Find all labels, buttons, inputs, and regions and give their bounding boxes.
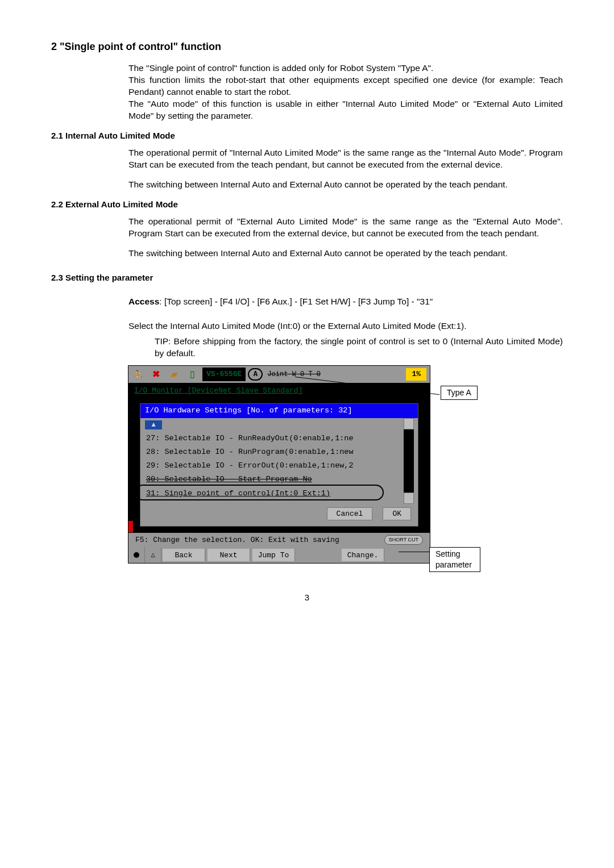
param-row-31[interactable]: 31: Single point of control(Int:0 Ext:1)… [140, 487, 418, 500]
dialog-area: I/O Hardware Settings [No. of parameters… [128, 403, 430, 532]
s21-p1: The operational permit of "Internal Auto… [128, 147, 563, 171]
stop-icon: ✖ [149, 368, 163, 381]
shortcut-badge[interactable]: SHORT CUT [384, 535, 423, 544]
hw-settings-dialog: I/O Hardware Settings [No. of parameters… [140, 403, 418, 526]
back-button[interactable]: Back [163, 549, 205, 561]
footer-empty [297, 549, 339, 561]
param-label: 30: Selectable IO - Start Program No [146, 474, 389, 485]
controller-model: VS-6556E [202, 368, 246, 381]
select-line-text: Select the Internal Auto Limited Mode (I… [128, 320, 563, 332]
screenshot-panel: ⛹ ✖ ▰ ▯ VS-6556E A Joint W 0 T 0 1% I/O … [128, 365, 430, 564]
param-row-29[interactable]: 29: Selectable IO - ErrorOut(0:enable,1:… [140, 459, 418, 473]
subhead-2-2: 2.2 External Auto Limited Mode [51, 199, 563, 210]
s22-p2: The switching between Internal Auto and … [128, 248, 563, 260]
s22-p1: The operational permit of "External Auto… [128, 216, 563, 240]
nav-triangle[interactable]: △ [145, 547, 161, 563]
mode-indicator: A [248, 368, 263, 381]
ok-button[interactable]: OK [383, 507, 411, 520]
hint-text: F5: Change the selection. OK: Exit with … [135, 535, 339, 545]
param-row-27[interactable]: 27: Selectable IO - RunReadyOut(0:enable… [140, 432, 418, 445]
jump-to-button[interactable]: Jump To [252, 549, 295, 561]
scrollbar-thumb[interactable] [404, 493, 414, 504]
subhead-2-3: 2.3 Setting the parameter [51, 272, 563, 283]
footer-empty [387, 549, 429, 561]
intro-line-1: The "Single point of control" function i… [128, 63, 433, 73]
footer-bar: △ Back Next Jump To Change. [128, 547, 430, 563]
hint-bar: F5: Change the selection. OK: Exit with … [128, 532, 430, 548]
param-label: 28: Selectable IO - RunProgram(0:enable,… [146, 447, 389, 457]
intro-para: The "Single point of control" function i… [128, 62, 563, 122]
section-title: 2 "Single point of control" function [51, 40, 563, 53]
callout-setting-parameter: Setting parameter [429, 547, 480, 572]
scrollbar-thumb[interactable] [404, 418, 414, 429]
led-indicator [128, 547, 145, 563]
doc-icon: ▯ [185, 368, 199, 381]
next-button[interactable]: Next [208, 549, 250, 561]
leader-line [399, 552, 429, 552]
access-line: Access: [Top screen] - [F4 I/O] - [F6 Au… [128, 296, 563, 308]
access-label: Access [128, 297, 159, 306]
scroll-up-icon[interactable]: ▲ [145, 420, 162, 429]
intro-line-2: This function limits the robot-start tha… [128, 75, 563, 97]
speed-percent: 1% [406, 368, 426, 381]
cancel-button[interactable]: Cancel [327, 507, 373, 520]
param-row-28[interactable]: 28: Selectable IO - RunProgram(0:enable,… [140, 445, 418, 459]
change-button[interactable]: Change. [342, 549, 384, 561]
titlebar-mid: Joint W 0 T 0 [263, 370, 406, 379]
screen-subtitle: I/O Monitor [DeviceNet Slave Standard] [128, 383, 430, 398]
ramp-icon: ▰ [167, 366, 181, 382]
param-label: 31: Single point of control(Int:0 Ext:1) [146, 489, 389, 499]
param-row-30[interactable]: 30: Selectable IO - Start Program No 1 [140, 473, 418, 486]
s21-p2: The switching between Internal Auto and … [128, 179, 563, 191]
scrollbar[interactable] [404, 418, 414, 503]
window-titlebar: ⛹ ✖ ▰ ▯ VS-6556E A Joint W 0 T 0 1% [128, 366, 430, 383]
page-number: 3 [51, 592, 563, 603]
access-path: : [Top screen] - [F4 I/O] - [F6 Aux.] - … [159, 297, 433, 306]
dialog-title: I/O Hardware Settings [No. of parameters… [140, 404, 418, 418]
param-label: 29: Selectable IO - ErrorOut(0:enable,1:… [146, 461, 389, 471]
intro-line-3: The "Auto mode" of this function is usab… [128, 99, 563, 120]
status-red-indicator [128, 521, 133, 532]
callout-type-a: Type A [441, 386, 478, 400]
tip-text: TIP: Before shipping from the factory, t… [155, 336, 563, 360]
subhead-2-1: 2.1 Internal Auto Limited Mode [51, 130, 563, 141]
man-icon: ⛹ [131, 368, 144, 381]
param-label: 27: Selectable IO - RunReadyOut(0:enable… [146, 433, 389, 444]
